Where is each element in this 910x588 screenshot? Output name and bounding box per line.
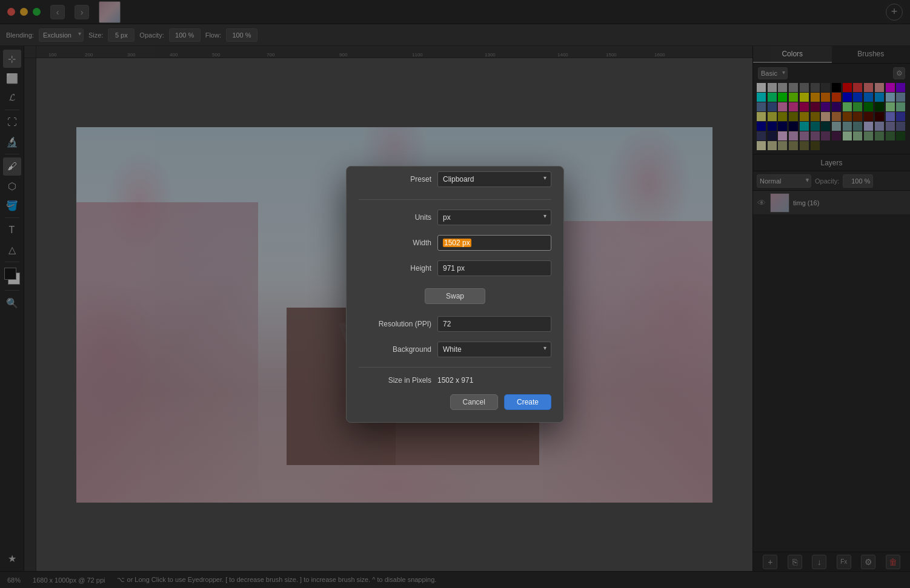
resolution-row: Resolution (PPI): [347, 311, 563, 337]
dialog-separator-2: [359, 367, 551, 368]
dialog-buttons: Cancel Create: [347, 388, 563, 410]
units-label: Units: [359, 213, 431, 222]
preset-label: Preset: [359, 175, 431, 183]
width-label: Width: [359, 239, 431, 247]
resolution-input[interactable]: [437, 316, 551, 332]
width-highlighted-value: 1502 px: [443, 239, 471, 247]
size-pixels-value: 910 x 588: [437, 376, 473, 385]
units-select-wrapper: px: [437, 210, 551, 225]
background-select[interactable]: White: [437, 342, 551, 357]
units-row: Units px: [347, 205, 563, 230]
swap-row: Swap: [347, 281, 563, 311]
background-row: Background White: [347, 337, 563, 362]
dialog-overlay: Preset Clipboard Units px Width 1502 px: [0, 0, 910, 588]
width-row: Width 1502 px: [347, 230, 563, 256]
size-pixels-label: Size in Pixels: [359, 376, 431, 385]
units-select[interactable]: px: [437, 210, 551, 225]
preset-select[interactable]: Clipboard: [437, 171, 551, 187]
width-display[interactable]: 1502 px: [437, 235, 551, 251]
height-row: Height: [347, 256, 563, 281]
preset-row: Preset Clipboard: [347, 167, 563, 194]
create-button[interactable]: Create: [504, 394, 551, 410]
new-document-dialog: Preset Clipboard Units px Width 1502 px: [346, 166, 564, 423]
preset-select-wrapper: Clipboard: [437, 171, 551, 187]
height-label: Height: [359, 264, 431, 273]
background-select-wrapper: White: [437, 342, 551, 357]
swap-button[interactable]: Swap: [425, 288, 485, 304]
resolution-label: Resolution (PPI): [359, 320, 431, 328]
height-input[interactable]: [437, 260, 551, 276]
dialog-separator: [359, 199, 551, 200]
width-input-wrapper: 1502 px: [437, 235, 551, 251]
background-label: Background: [359, 345, 431, 354]
cancel-button[interactable]: Cancel: [450, 394, 498, 410]
size-info-row: Size in Pixels 910 x 588: [347, 372, 563, 388]
